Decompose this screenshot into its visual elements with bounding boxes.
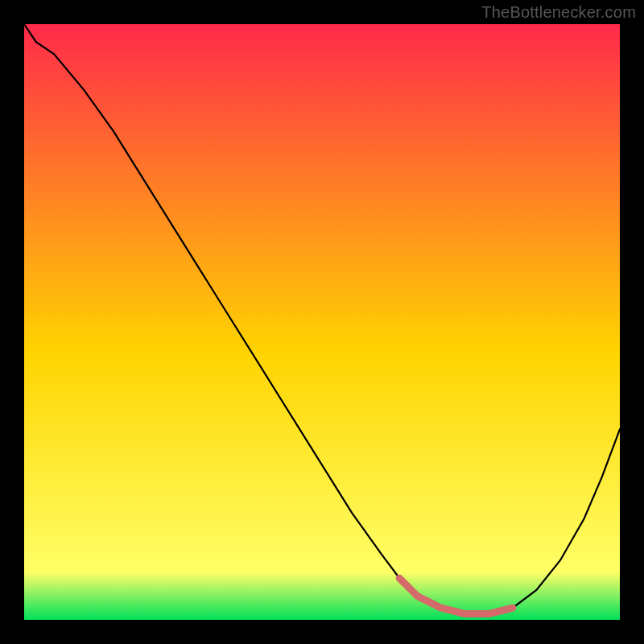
gradient-background [24,24,620,620]
watermark-text: TheBottlenecker.com [481,3,636,22]
chart-plot [24,24,620,620]
chart-container: TheBottlenecker.com [0,0,644,644]
